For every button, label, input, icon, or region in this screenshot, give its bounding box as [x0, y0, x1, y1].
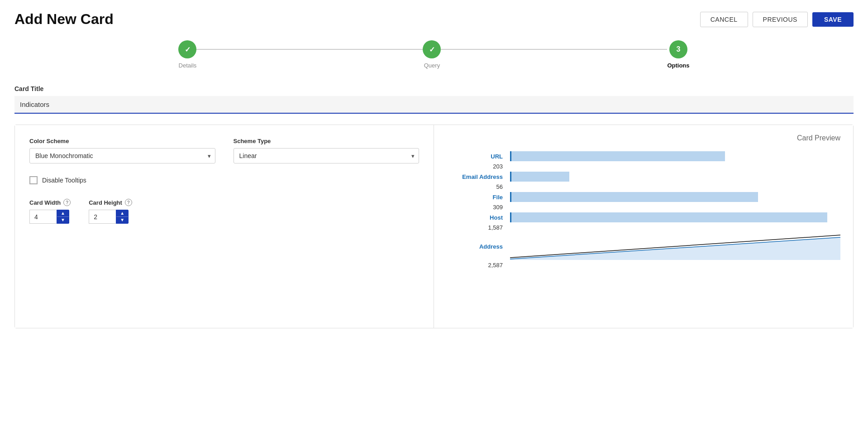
card-height-label: Card Height ? — [89, 199, 132, 206]
card-title-input[interactable] — [14, 96, 854, 114]
card-height-down-button[interactable]: ▼ — [116, 217, 128, 223]
preview-value-row-address: 2,587 — [447, 262, 840, 269]
card-width-help-icon: ? — [63, 199, 71, 206]
preview-category-address: Address — [447, 243, 503, 250]
preview-value-row-url: 203 — [447, 163, 840, 170]
preview-value-row-email: 56 — [447, 183, 840, 190]
preview-value-row-file: 309 — [447, 204, 840, 211]
preview-bar-host — [510, 212, 827, 222]
step-query-circle: ✓ — [423, 40, 441, 58]
color-scheme-row: Color Scheme Blue Monochromatic Red Mono… — [29, 138, 419, 163]
preview-bar-url — [510, 151, 725, 161]
card-height-help-icon: ? — [125, 199, 132, 206]
step-options: 3 Options — [667, 40, 689, 69]
preview-row-url: URL — [447, 151, 840, 161]
cancel-button[interactable]: CANCEL — [700, 12, 748, 27]
step-details-label: Details — [179, 62, 197, 69]
preview-rows: URL 203 Email Address — [447, 151, 840, 270]
step-options-label: Options — [667, 62, 689, 69]
preview-chart-address — [510, 233, 840, 260]
dimension-row: Card Width ? ▲ ▼ Card Height ? — [29, 199, 419, 224]
step-query-label: Query — [424, 62, 440, 69]
card-title-label: Card Title — [14, 85, 854, 92]
step-query: ✓ Query — [423, 40, 441, 69]
save-button[interactable]: SAVE — [812, 12, 854, 27]
preview-row-email: Email Address — [447, 172, 840, 182]
preview-bar-email — [510, 172, 569, 182]
preview-value-row-host: 1,587 — [447, 224, 840, 231]
preview-row-address: Address — [447, 233, 840, 260]
color-scheme-group: Color Scheme Blue Monochromatic Red Mono… — [29, 138, 215, 163]
stepper: ✓ Details ✓ Query 3 Options — [14, 40, 854, 69]
page-title: Add New Card — [14, 11, 114, 28]
disable-tooltips-checkbox[interactable] — [29, 176, 38, 184]
preview-category-host: Host — [447, 214, 503, 221]
color-scheme-select-wrapper: Blue Monochromatic Red Monochromatic Gre… — [29, 148, 215, 163]
card-width-stepper-buttons: ▲ ▼ — [57, 210, 69, 224]
step-details-circle: ✓ — [178, 40, 196, 58]
card-width-down-button[interactable]: ▼ — [57, 217, 69, 223]
step-line-2 — [441, 49, 667, 50]
step-details: ✓ Details — [178, 40, 196, 69]
preview-value-file: 309 — [447, 204, 503, 211]
card-height-group: Card Height ? ▲ ▼ — [89, 199, 132, 224]
header-actions: CANCEL PREVIOUS SAVE — [700, 12, 854, 27]
scheme-type-select[interactable]: Linear Diverging Categorical — [234, 148, 420, 163]
card-height-stepper[interactable]: ▲ ▼ — [89, 210, 132, 224]
card-title-section: Card Title — [14, 85, 854, 125]
preview-bar-file — [510, 192, 758, 202]
card-height-stepper-buttons: ▲ ▼ — [116, 210, 129, 224]
left-panel: Color Scheme Blue Monochromatic Red Mono… — [15, 125, 434, 328]
color-scheme-select[interactable]: Blue Monochromatic Red Monochromatic Gre… — [29, 148, 215, 163]
right-panel: Card Preview URL 203 — [434, 125, 853, 328]
preview-category-email: Email Address — [447, 173, 503, 180]
card-width-label: Card Width ? — [29, 199, 71, 206]
scheme-type-group: Scheme Type Linear Diverging Categorical… — [234, 138, 420, 163]
main-content: Color Scheme Blue Monochromatic Red Mono… — [14, 125, 854, 328]
step-line-1 — [196, 49, 423, 50]
preview-title: Card Preview — [447, 134, 840, 142]
card-width-input[interactable] — [29, 210, 57, 224]
step-options-circle: 3 — [669, 40, 687, 58]
card-height-input[interactable] — [89, 210, 116, 224]
disable-tooltips-row[interactable]: Disable Tooltips — [29, 176, 419, 184]
page-header: Add New Card CANCEL PREVIOUS SAVE — [14, 11, 854, 28]
preview-value-address: 2,587 — [447, 262, 503, 269]
card-width-up-button[interactable]: ▲ — [57, 210, 69, 217]
preview-category-url: URL — [447, 153, 503, 160]
preview-row-host: Host — [447, 212, 840, 222]
preview-value-host: 1,587 — [447, 224, 503, 231]
card-height-up-button[interactable]: ▲ — [116, 210, 128, 217]
disable-tooltips-label: Disable Tooltips — [42, 177, 86, 184]
color-scheme-label: Color Scheme — [29, 138, 215, 144]
scheme-type-label: Scheme Type — [234, 138, 420, 144]
card-width-stepper[interactable]: ▲ ▼ — [29, 210, 71, 224]
preview-value-email: 56 — [447, 183, 503, 190]
previous-button[interactable]: PREVIOUS — [753, 12, 808, 27]
preview-category-file: File — [447, 194, 503, 201]
scheme-type-select-wrapper: Linear Diverging Categorical ▾ — [234, 148, 420, 163]
card-width-group: Card Width ? ▲ ▼ — [29, 199, 71, 224]
preview-row-file: File — [447, 192, 840, 202]
preview-value-url: 203 — [447, 163, 503, 170]
